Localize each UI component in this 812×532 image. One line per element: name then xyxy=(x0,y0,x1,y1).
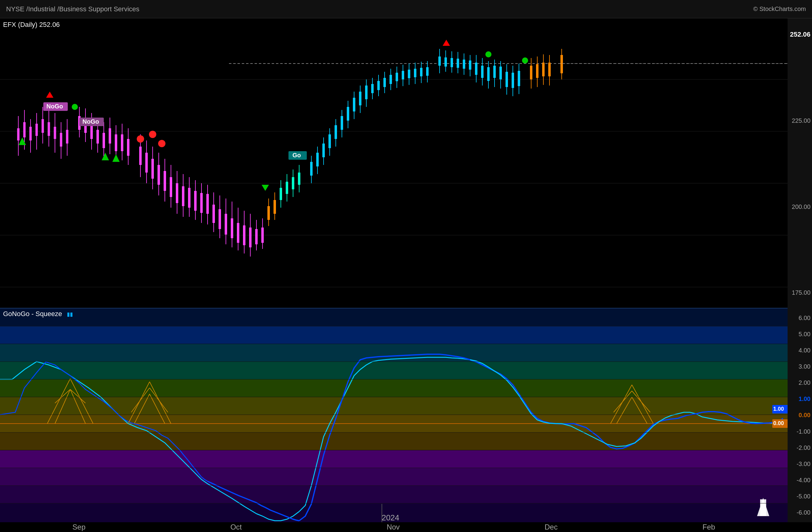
chart-label: EFX (Daily) 252.06 xyxy=(3,21,60,29)
svg-rect-149 xyxy=(414,69,416,77)
svg-rect-124 xyxy=(322,144,325,157)
svg-rect-41 xyxy=(121,134,123,151)
svg-rect-0 xyxy=(0,18,787,308)
svg-rect-62 xyxy=(139,147,142,165)
svg-rect-18 xyxy=(29,127,32,141)
svg-rect-202 xyxy=(0,450,787,468)
svg-rect-197 xyxy=(0,362,787,379)
osc-tick-n5: -5.00 xyxy=(796,493,811,500)
svg-rect-171 xyxy=(481,66,483,78)
svg-text:0.00: 0.00 xyxy=(773,420,784,426)
svg-rect-190 xyxy=(548,62,551,76)
svg-rect-73 xyxy=(206,194,209,214)
osc-tick-2: 2.00 xyxy=(799,379,811,386)
svg-rect-66 xyxy=(164,171,166,191)
svg-rect-126 xyxy=(335,125,337,139)
svg-rect-187 xyxy=(530,66,532,80)
svg-rect-107 xyxy=(286,182,288,194)
svg-rect-23 xyxy=(60,133,62,147)
svg-rect-63 xyxy=(145,153,148,173)
svg-point-74 xyxy=(137,135,144,143)
svg-point-182 xyxy=(522,57,528,63)
osc-axis: 6.00 5.00 4.00 3.00 2.00 1.00 0.00 -1.00… xyxy=(787,308,812,522)
svg-rect-87 xyxy=(219,209,221,229)
svg-rect-144 xyxy=(383,78,386,87)
osc-tick-5: 5.00 xyxy=(799,331,811,338)
svg-rect-65 xyxy=(158,165,160,185)
svg-rect-71 xyxy=(194,191,197,211)
year-separator xyxy=(381,504,382,522)
svg-rect-170 xyxy=(475,62,477,75)
price-tick-225: 225.00 xyxy=(792,117,811,124)
svg-text:NoGo: NoGo xyxy=(46,103,63,110)
svg-point-49 xyxy=(72,104,78,110)
svg-rect-40 xyxy=(115,134,117,151)
svg-rect-17 xyxy=(23,122,26,138)
svg-rect-19 xyxy=(35,124,38,136)
svg-rect-148 xyxy=(408,70,410,78)
osc-tick-1: 1.00 xyxy=(799,396,811,403)
svg-rect-146 xyxy=(396,73,398,81)
svg-rect-99 xyxy=(267,206,270,220)
osc-tick-n3: -3.00 xyxy=(796,461,811,468)
svg-rect-91 xyxy=(243,225,245,245)
svg-rect-129 xyxy=(353,98,355,112)
svg-point-76 xyxy=(158,140,165,147)
svg-rect-143 xyxy=(377,81,380,90)
svg-text:NoGo: NoGo xyxy=(83,118,99,125)
svg-rect-142 xyxy=(371,84,374,93)
svg-rect-159 xyxy=(438,57,441,66)
svg-rect-150 xyxy=(420,68,422,76)
svg-rect-173 xyxy=(493,66,496,78)
svg-rect-125 xyxy=(329,134,331,148)
svg-rect-42 xyxy=(127,139,129,156)
svg-rect-147 xyxy=(402,71,404,80)
time-label-nov: Nov xyxy=(387,523,400,531)
svg-rect-24 xyxy=(66,130,68,144)
svg-rect-67 xyxy=(170,177,172,197)
svg-rect-70 xyxy=(188,188,190,208)
svg-rect-172 xyxy=(487,67,490,81)
svg-rect-36 xyxy=(90,125,93,139)
svg-rect-201 xyxy=(0,432,787,450)
osc-tick-n2: -2.00 xyxy=(796,444,811,451)
svg-rect-127 xyxy=(341,116,343,130)
breadcrumb: NYSE /Industrial /Business Support Servi… xyxy=(6,5,140,13)
svg-rect-230 xyxy=(760,499,766,516)
svg-rect-151 xyxy=(426,67,429,76)
svg-text:1.00: 1.00 xyxy=(773,406,784,412)
svg-rect-195 xyxy=(0,326,787,344)
svg-rect-128 xyxy=(347,107,349,121)
time-label-feb: Feb xyxy=(702,523,715,531)
svg-rect-20 xyxy=(42,119,44,133)
watermark: © StockCharts.com xyxy=(753,5,806,13)
svg-rect-163 xyxy=(463,60,465,69)
svg-point-175 xyxy=(485,51,492,57)
svg-rect-192 xyxy=(561,55,563,73)
osc-tick-3: 3.00 xyxy=(799,363,811,370)
svg-rect-106 xyxy=(280,188,282,200)
svg-rect-122 xyxy=(310,162,313,176)
time-label-sep: Sep xyxy=(72,523,86,531)
svg-rect-164 xyxy=(469,60,471,70)
svg-rect-37 xyxy=(97,130,99,144)
svg-rect-72 xyxy=(200,193,203,213)
top-bar: NYSE /Industrial /Business Support Servi… xyxy=(0,0,812,18)
svg-rect-96 xyxy=(261,228,264,243)
svg-rect-160 xyxy=(445,57,447,67)
main-chart: EFX (Daily) 252.06 xyxy=(0,18,787,308)
svg-rect-69 xyxy=(182,186,184,206)
osc-label: GoNoGo - Squeeze ▮▮ xyxy=(3,310,73,318)
svg-rect-92 xyxy=(249,228,251,247)
svg-rect-198 xyxy=(0,379,787,397)
osc-tick-n6: -6.00 xyxy=(796,509,811,516)
price-tick-252: 252.06 xyxy=(790,30,811,39)
svg-rect-89 xyxy=(231,218,233,238)
svg-rect-162 xyxy=(457,59,459,68)
svg-rect-38 xyxy=(103,133,105,148)
svg-rect-21 xyxy=(48,122,50,136)
svg-rect-100 xyxy=(274,200,276,214)
svg-rect-88 xyxy=(225,214,227,234)
osc-tick-6: 6.00 xyxy=(799,315,811,321)
svg-rect-161 xyxy=(451,58,453,67)
